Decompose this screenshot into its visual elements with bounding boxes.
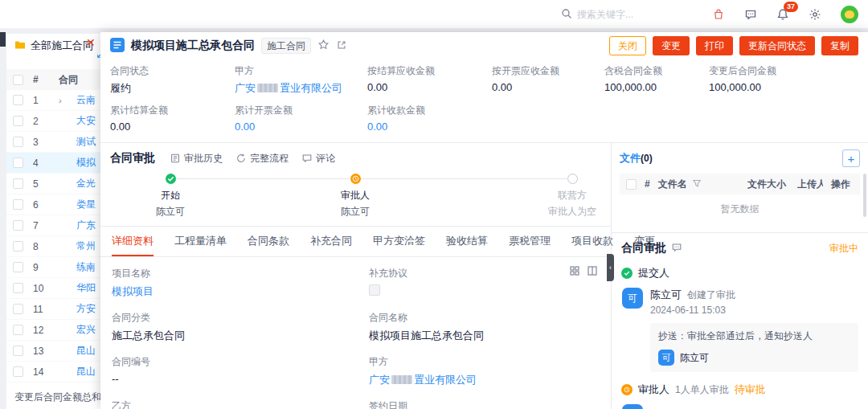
change-button[interactable]: 变更 [653, 36, 690, 55]
total-invoice-link[interactable]: 0.00 [235, 121, 367, 133]
row-checkbox[interactable] [13, 116, 23, 126]
row-index: 8 [33, 241, 49, 252]
star-icon[interactable] [317, 39, 330, 53]
list-footer-total: 变更后合同金额总和: [14, 391, 104, 404]
row-checkbox[interactable] [13, 199, 23, 210]
contract-link[interactable]: 华阳 [76, 281, 96, 295]
party-a-link[interactable]: 广安置业有限公司 [235, 81, 367, 96]
gear-icon[interactable] [809, 8, 821, 21]
detail-main-column: 合同审批 审批历史 完整流程 评论 [100, 143, 612, 409]
row-checkbox[interactable] [13, 325, 23, 335]
bell-icon[interactable]: 37 [776, 8, 789, 21]
close-button[interactable]: 关闭 [609, 36, 646, 55]
contract-link[interactable]: 昆山 [76, 344, 96, 358]
row-index: 5 [33, 178, 49, 190]
redacted-text [257, 84, 278, 92]
row-index: 2 [33, 116, 49, 127]
add-file-button[interactable]: + [842, 149, 860, 167]
row-index: 10 [33, 283, 49, 294]
full-process-button[interactable]: 完整流程 [235, 152, 289, 166]
sidebar-collapse-tab[interactable] [0, 32, 6, 47]
chat-icon[interactable] [744, 8, 757, 21]
comment-button[interactable]: 评论 [301, 152, 335, 166]
contract-link[interactable]: 昆山 [76, 365, 96, 378]
search-input[interactable] [577, 9, 698, 20]
submitter-time: 2024-06-11 15:03 [650, 305, 735, 316]
files-select-all-checkbox[interactable] [626, 179, 637, 190]
row-index: 3 [33, 137, 49, 148]
tab-party-a-change[interactable]: 甲方变洽签 [373, 227, 425, 256]
field-label: 合同编号 [112, 355, 369, 369]
contract-link[interactable]: 云南 [76, 93, 96, 107]
field-label: 签约日期 [369, 399, 600, 409]
approver-label: 审批人 [638, 382, 669, 397]
print-button[interactable]: 打印 [696, 36, 733, 55]
contract-link[interactable]: 测试 [76, 135, 96, 149]
clock-circle-icon [621, 384, 633, 395]
contract-code: -- [112, 373, 369, 385]
global-search[interactable] [561, 0, 698, 29]
contract-link[interactable]: 练南 [76, 260, 96, 274]
row-checkbox[interactable] [13, 283, 23, 293]
contract-link[interactable]: 金光 [76, 177, 96, 190]
expand-icon[interactable] [59, 96, 67, 105]
contract-link[interactable]: 大安 [76, 114, 96, 128]
tab-terms[interactable]: 合同条款 [248, 227, 289, 256]
empty-state: 暂无数据 [620, 194, 860, 216]
project-link[interactable]: 模拟项目 [112, 284, 369, 299]
external-link-icon[interactable] [336, 39, 347, 53]
grid-view-icon[interactable] [569, 265, 580, 279]
update-status-button[interactable]: 更新合同状态 [739, 36, 815, 55]
row-checkbox[interactable] [13, 157, 23, 168]
field-label: 补充协议 [369, 267, 600, 280]
total-received-link[interactable]: 0.00 [367, 121, 492, 133]
row-checkbox[interactable] [13, 346, 23, 356]
supplement-checkbox[interactable] [369, 284, 380, 296]
party-a-link[interactable]: 广安置业有限公司 [369, 373, 600, 387]
tab-invoice-tax[interactable]: 票税管理 [509, 227, 551, 256]
notification-badge: 37 [784, 2, 798, 12]
select-all-checkbox[interactable] [13, 75, 23, 85]
approval-status-badge: 审批中 [829, 242, 858, 256]
files-header-row: # 文件名 文件大小 上传人 操作 [620, 174, 860, 194]
comment-icon[interactable] [671, 242, 682, 256]
row-checkbox[interactable] [13, 137, 23, 147]
contract-link[interactable]: 娄星 [76, 198, 96, 211]
contract-link[interactable]: 常州 [76, 239, 96, 253]
contract-link[interactable]: 广东 [76, 219, 96, 232]
row-index: 6 [33, 199, 49, 211]
copy-button[interactable]: 复制 [821, 36, 858, 55]
row-checkbox[interactable] [13, 262, 23, 272]
tab-acceptance[interactable]: 验收结算 [446, 227, 488, 256]
approval-history-button[interactable]: 审批历史 [170, 152, 223, 166]
scrollbar-thumb[interactable] [863, 174, 866, 217]
contract-link[interactable]: 方安 [76, 302, 96, 316]
row-checkbox[interactable] [13, 220, 23, 231]
panel-collapse-handle[interactable]: ‹ [607, 254, 614, 281]
row-checkbox[interactable] [13, 366, 23, 377]
row-checkbox[interactable] [13, 178, 23, 189]
contract-status: 履约 [110, 81, 235, 96]
bag-icon[interactable] [712, 8, 725, 21]
row-checkbox[interactable] [13, 304, 23, 314]
column-view-icon[interactable] [587, 265, 598, 279]
tab-detail-info[interactable]: 详细资料 [112, 227, 154, 256]
filter-icon[interactable] [692, 178, 702, 190]
col-header-index: # [33, 74, 49, 85]
tab-boq[interactable]: 工程量清单 [174, 227, 227, 256]
close-icon[interactable]: ✕ [86, 37, 96, 48]
row-index: 13 [33, 346, 49, 357]
tab-supplement[interactable]: 补充合同 [310, 227, 352, 256]
tab-receipts[interactable]: 项目收款 [571, 227, 613, 256]
row-index: 7 [33, 220, 49, 231]
row-checkbox[interactable] [13, 241, 23, 252]
col-header-filesize: 文件大小 [747, 178, 789, 191]
row-index: 14 [33, 366, 49, 378]
contract-link[interactable]: 模拟 [76, 156, 96, 170]
field-label: 按开票应收金额 [492, 64, 604, 78]
col-header-uploader: 上传人 [797, 178, 823, 191]
user-avatar[interactable] [841, 6, 858, 23]
row-checkbox[interactable] [13, 95, 23, 105]
files-section: 文件 (0) + # 文件名 文件大小 上传人 操作 [612, 143, 868, 233]
contract-link[interactable]: 宏兴 [76, 323, 96, 337]
